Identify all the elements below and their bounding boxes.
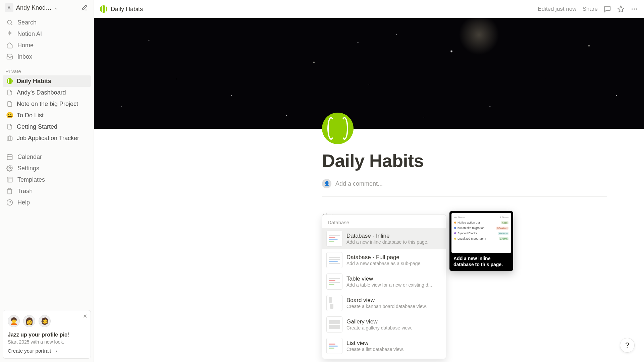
svg-marker-6 [618, 6, 624, 12]
nav-templates[interactable]: Templates [3, 174, 91, 185]
svg-point-9 [636, 8, 637, 10]
page-item-todo[interactable]: 😀 To Do List [3, 110, 91, 121]
nav-label: Notion AI [17, 31, 42, 38]
slash-item-title: Gallery view [346, 318, 412, 325]
comment-icon[interactable] [604, 5, 611, 13]
nav-home[interactable]: Home [3, 40, 91, 51]
slash-item-desc: Add a new database as a sub-page. [346, 261, 422, 266]
slash-item-list-view[interactable]: List view Create a list database view. [322, 335, 446, 357]
more-icon[interactable] [631, 5, 638, 13]
chevron-down-icon: ⌄ [54, 5, 58, 10]
sidebar: A Andy Knod… ⌄ Search Notion AI Home Inb… [0, 0, 94, 362]
nav-inbox[interactable]: Inbox [3, 51, 91, 62]
home-icon [6, 42, 13, 49]
svg-point-0 [7, 20, 11, 24]
slash-item-database-fullpage[interactable]: Database - Full page Add a new database … [322, 249, 446, 271]
page-label: To Do List [17, 112, 44, 119]
nav-label: Search [17, 19, 37, 26]
thumbnail-icon [326, 252, 342, 268]
section-private-label: Private [0, 64, 94, 75]
slash-item-desc: Create a gallery database view. [346, 325, 412, 330]
page-label: Job Application Tracker [17, 135, 79, 142]
main: Daily Habits Edited just now Share Daily… [94, 0, 644, 362]
avatar: 👤 [322, 179, 331, 188]
nav-calendar[interactable]: Calendar [3, 151, 91, 163]
nav-help[interactable]: Help [3, 197, 91, 208]
thumbnail-icon [326, 316, 342, 333]
star-icon[interactable] [617, 5, 625, 13]
svg-rect-4 [7, 177, 12, 182]
svg-rect-1 [7, 137, 12, 140]
workspace-switcher[interactable]: A Andy Knod… ⌄ [0, 0, 94, 15]
nav-label: Inbox [17, 53, 32, 60]
breadcrumb-title[interactable]: Daily Habits [111, 6, 143, 13]
inbox-icon [6, 53, 13, 60]
promo-card: ✕ 🧑‍🦱 👩 🧔 Jazz up your profile pic! Star… [3, 310, 91, 359]
help-float-button[interactable]: ? [620, 338, 635, 353]
page-item-dashboard[interactable]: Andy's Dashboard [3, 87, 91, 98]
workspace-name: Andy Knod… [16, 4, 52, 11]
slash-menu: Database Database - Inline Add a new inl… [322, 215, 446, 359]
page-list: Daily Habits Andy's Dashboard Note on th… [0, 75, 94, 144]
nav-settings[interactable]: Settings [3, 163, 91, 174]
nav-label: Home [17, 42, 34, 49]
slash-item-title: Database - Full page [346, 254, 422, 261]
share-button[interactable]: Share [583, 6, 598, 12]
page-icon[interactable] [322, 113, 354, 144]
page-label: Andy's Dashboard [17, 89, 66, 96]
nav-label: Trash [17, 188, 33, 195]
nav-primary: Search Notion AI Home Inbox [0, 15, 94, 64]
nav-trash[interactable]: Trash [3, 185, 91, 197]
svg-point-8 [634, 8, 635, 10]
topbar: Daily Habits Edited just now Share [94, 0, 644, 18]
new-page-button[interactable] [80, 3, 89, 12]
tennis-icon [6, 77, 13, 85]
slash-item-title: List view [346, 340, 404, 347]
slash-item-database-inline[interactable]: Database - Inline Add a new inline datab… [322, 228, 446, 249]
page-label: Note on the big Project [17, 101, 78, 108]
nav-label: Help [17, 199, 30, 206]
close-icon[interactable]: ✕ [83, 313, 87, 319]
document-icon [6, 123, 13, 130]
nav-ai[interactable]: Notion AI [3, 28, 91, 40]
slash-section-label: Database [322, 218, 446, 228]
preview-caption: Add a new inline database to this page. [451, 253, 511, 269]
thumbnail-icon [326, 338, 342, 354]
search-icon [6, 19, 13, 26]
nav-label: Calendar [17, 154, 42, 161]
nav-label: Templates [17, 176, 45, 183]
page-title[interactable]: Daily Habits [322, 129, 607, 171]
document-icon [6, 89, 13, 96]
slash-item-desc: Add a table view for a new or existing d… [346, 282, 432, 288]
svg-point-7 [632, 8, 633, 10]
thumbnail-icon [326, 295, 342, 311]
emoji-smile-icon: 😀 [6, 112, 13, 119]
help-icon [6, 199, 13, 206]
page-item-getting-started[interactable]: Getting Started [3, 121, 91, 132]
template-icon [6, 176, 13, 183]
slash-item-gallery-view[interactable]: Gallery view Create a gallery database v… [322, 314, 446, 335]
tennis-icon [100, 5, 107, 13]
promo-cta-label: Create your portrait [8, 348, 51, 354]
avatar: 🧔 [39, 315, 51, 327]
svg-point-3 [9, 168, 11, 169]
slash-item-table-view[interactable]: Table view Add a table view for a new or… [322, 271, 446, 292]
page-item-note[interactable]: Note on the big Project [3, 98, 91, 110]
page-item-daily-habits[interactable]: Daily Habits [3, 75, 91, 87]
promo-subtitle: Start 2025 with a new look. [8, 339, 86, 345]
page-item-job-tracker[interactable]: Job Application Tracker [3, 132, 91, 144]
sparkle-icon [6, 30, 13, 38]
nav-label: Settings [17, 165, 39, 172]
comment-row[interactable]: 👤 Add a comment... [322, 179, 607, 188]
document-icon [6, 100, 13, 108]
preview-image: Aa Name≡ Team Native action barAppsnotio… [451, 213, 511, 253]
cover-image[interactable] [94, 18, 644, 129]
page-label: Daily Habits [17, 78, 51, 85]
thumbnail-icon [326, 231, 342, 247]
promo-cta[interactable]: Create your portrait → [8, 348, 86, 354]
edited-label: Edited just now [538, 6, 576, 12]
nav-search[interactable]: Search [3, 17, 91, 28]
slash-item-title: Database - Inline [346, 233, 428, 239]
slash-item-board-view[interactable]: Board view Create a kanban board databas… [322, 292, 446, 314]
trash-icon [6, 187, 13, 195]
